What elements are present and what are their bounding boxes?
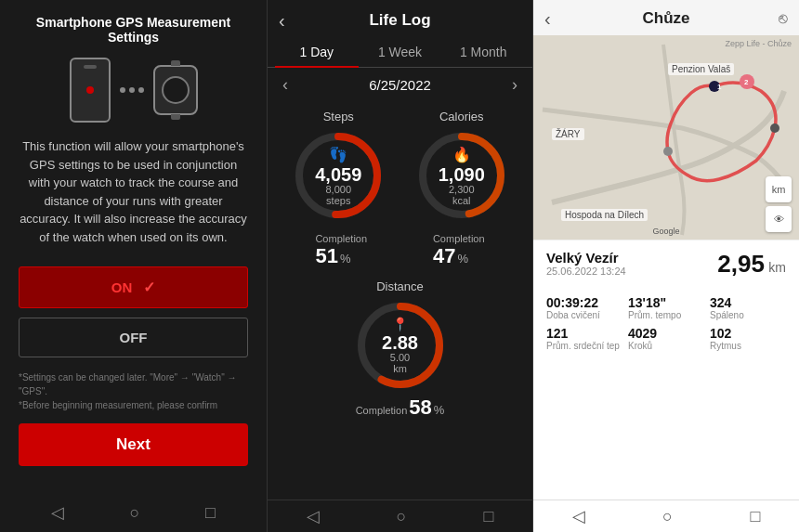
tab-1week[interactable]: 1 Week — [359, 37, 442, 67]
google-logo: Google — [652, 227, 679, 236]
nav-home-icon[interactable]: ○ — [130, 503, 140, 523]
svg-point-12 — [770, 123, 779, 133]
lifelog-back-button[interactable]: ‹ — [279, 10, 285, 32]
walk-activity-panel: ‹ Chůze ⎋ 1 2 — [533, 0, 799, 532]
summary-top: Velký Vezír 25.06.2022 13:24 2,95 km — [546, 250, 786, 279]
steps-label: Steps — [323, 110, 354, 123]
steps-completion: Completion 51 % — [315, 233, 367, 268]
srdce-label: Prům. srdeční tep — [546, 341, 622, 351]
distance-pct: % — [434, 403, 445, 417]
phone-icon — [70, 58, 111, 123]
current-date: 6/25/2022 — [369, 77, 431, 93]
distance-ring: 📍 2.88 5.00 km — [354, 299, 447, 392]
tab-1day[interactable]: 1 Day — [275, 37, 359, 67]
rytmus-label: Rytmus — [710, 341, 786, 351]
dot2 — [129, 87, 135, 93]
nav2-home-icon[interactable]: ○ — [397, 507, 407, 526]
activity-summary: Velký Vezír 25.06.2022 13:24 2,95 km — [533, 240, 799, 288]
dot3 — [138, 87, 144, 93]
doba-label: Doba cvičení — [546, 310, 622, 320]
steps-pct: % — [340, 252, 351, 266]
distance-completion-value: 58 — [409, 396, 431, 420]
doba-value: 00:39:22 — [546, 295, 622, 310]
steps-metric: Steps 👣 4,059 8,000 steps — [282, 110, 395, 222]
map-background: 1 2 Penzion Valaš ŽÁRY Hospoda na Dílech… — [533, 35, 799, 240]
lifelog-tabs: 1 Day 1 Week 1 Month — [268, 37, 532, 68]
stat-kroky: 4029 Kroků — [628, 326, 704, 351]
calories-completion: Completion 47 % — [433, 233, 485, 268]
activity-name: Velký Vezír — [546, 250, 626, 266]
svg-text:1: 1 — [717, 83, 722, 91]
calories-unit: kcal — [439, 195, 485, 206]
nav-back-icon[interactable]: ◁ — [51, 502, 64, 523]
distance-value: 2.88 — [382, 333, 418, 352]
walk-title: Chůze — [643, 9, 690, 28]
activity-dist-unit: km — [768, 260, 786, 275]
date-prev-button[interactable]: ‹ — [282, 75, 288, 95]
nav3-recent-icon[interactable]: □ — [750, 507, 760, 526]
nav-bar-3: ◁ ○ □ — [533, 500, 799, 532]
settings-notes: *Settings can be changed later. "More" →… — [19, 370, 248, 412]
distance-unit: km — [382, 363, 418, 374]
lifelog-header: ‹ Life Log — [268, 0, 532, 37]
nav-recent-icon[interactable]: □ — [205, 503, 216, 523]
calories-metric: Calories 🔥 1,090 2,300 kcal — [406, 110, 518, 222]
off-button[interactable]: OFF — [19, 318, 248, 357]
zary-label: ŽÁRY — [552, 128, 584, 140]
distance-goal: 5.00 — [382, 352, 418, 363]
note1: *Settings can be changed later. "More" →… — [19, 370, 248, 398]
calories-pct: % — [457, 252, 468, 266]
flame-icon: 🔥 — [439, 146, 485, 163]
zepp-branding: Zepp Life - Chůze — [725, 39, 792, 48]
life-log-panel: ‹ Life Log 1 Day 1 Week 1 Month ‹ 6/25/2… — [267, 0, 533, 532]
date-next-button[interactable]: › — [512, 75, 517, 95]
nav-bar-1: ◁ ○ □ — [19, 497, 248, 523]
activity-map: 1 2 Penzion Valaš ŽÁRY Hospoda na Dílech… — [533, 35, 799, 240]
on-button[interactable]: ON ✓ — [19, 266, 248, 308]
panel1-title: Smartphone GPS Measurement Settings — [19, 15, 248, 45]
checkmark-icon: ✓ — [143, 279, 155, 296]
nav3-home-icon[interactable]: ○ — [662, 507, 673, 526]
calories-ring: 🔥 1,090 2,300 kcal — [415, 129, 508, 222]
off-label: OFF — [120, 330, 148, 345]
svg-text:2: 2 — [744, 78, 749, 86]
gps-icon-area — [70, 58, 198, 123]
footprint-icon: 👣 — [315, 146, 361, 163]
nav3-back-icon[interactable]: ◁ — [572, 506, 585, 526]
svg-point-11 — [663, 147, 673, 156]
nav-bar-2: ◁ ○ □ — [268, 500, 532, 532]
on-label: ON — [111, 279, 133, 295]
steps-goal: 8,000 — [315, 184, 361, 195]
steps-unit: steps — [315, 195, 361, 206]
steps-ring: 👣 4,059 8,000 steps — [292, 129, 385, 222]
next-button[interactable]: Next — [19, 423, 248, 466]
calories-label: Calories — [439, 110, 484, 123]
rytmus-value: 102 — [710, 326, 786, 341]
activity-stats: 00:39:22 Doba cvičení 13'18" Prům. tempo… — [533, 288, 799, 358]
penzion-label: Penzion Valaš — [668, 63, 734, 75]
walk-back-button[interactable]: ‹ — [544, 8, 551, 30]
steps-value: 4,059 — [315, 165, 361, 184]
kroky-value: 4029 — [628, 326, 704, 341]
share-icon[interactable]: ⎋ — [779, 10, 788, 27]
stat-doba: 00:39:22 Doba cvičení — [546, 295, 622, 320]
distance-label: Distance — [376, 279, 424, 293]
date-navigator: ‹ 6/25/2022 › — [268, 68, 532, 102]
map-controls: km 👁 — [766, 176, 792, 232]
nav2-recent-icon[interactable]: □ — [484, 507, 494, 526]
tab-1month[interactable]: 1 Month — [441, 37, 525, 67]
hospoda-label: Hospoda na Dílech — [561, 209, 648, 221]
location-icon: 📍 — [382, 317, 418, 331]
walk-header: ‹ Chůze ⎋ — [533, 0, 799, 35]
watch-face — [162, 76, 190, 104]
nav2-back-icon[interactable]: ◁ — [307, 506, 320, 526]
km-button[interactable]: km — [766, 176, 792, 202]
lifelog-title: Life Log — [369, 11, 430, 30]
distance-section: Distance 📍 2.88 5.00 km Completion 58 % — [268, 276, 532, 427]
connector-dots — [120, 87, 144, 93]
eye-button[interactable]: 👁 — [766, 206, 792, 232]
srdce-value: 121 — [546, 326, 622, 341]
stat-rytmus: 102 Rytmus — [710, 326, 786, 351]
note2: *Before beginning measurement, please co… — [19, 398, 248, 412]
spaleno-value: 324 — [710, 295, 786, 310]
